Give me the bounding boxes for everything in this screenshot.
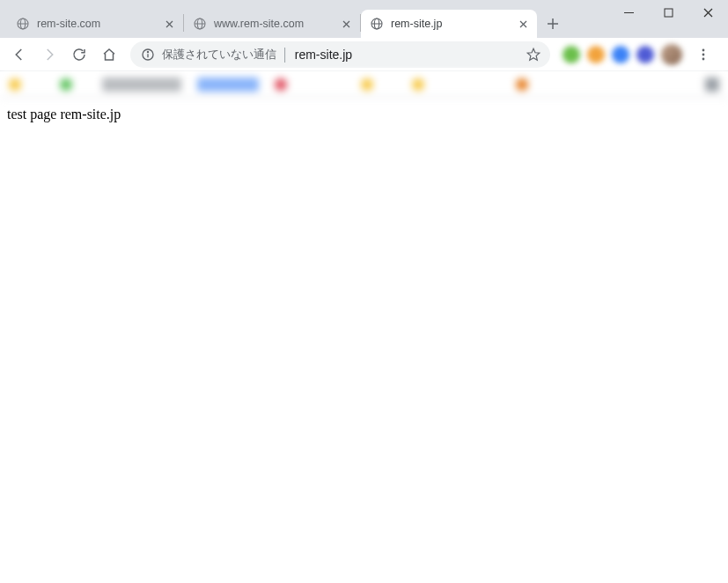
svg-rect-1 xyxy=(665,9,673,17)
bookmarks-bar[interactable] xyxy=(0,71,728,98)
globe-icon xyxy=(370,17,384,31)
tab-0[interactable]: rem-site.com xyxy=(7,10,183,38)
page-content: test page rem-site.jp xyxy=(0,98,728,131)
globe-icon xyxy=(193,17,207,31)
tab-title: rem-site.com xyxy=(37,18,162,30)
forward-button[interactable] xyxy=(35,41,63,69)
svg-marker-24 xyxy=(527,48,540,60)
window-close-button[interactable] xyxy=(688,0,728,25)
window-maximize-button[interactable] xyxy=(649,0,688,25)
toolbar: 保護されていない通信 │ rem-site.jp xyxy=(0,38,728,71)
chrome-menu-button[interactable] xyxy=(689,41,717,69)
address-bar[interactable]: 保護されていない通信 │ rem-site.jp xyxy=(130,41,550,68)
home-button[interactable] xyxy=(95,41,123,69)
new-tab-button[interactable] xyxy=(540,11,565,36)
tab-2[interactable]: rem-site.jp xyxy=(361,10,537,38)
tab-close-icon[interactable] xyxy=(339,17,353,31)
extension-icon[interactable] xyxy=(636,46,654,63)
tab-title: rem-site.jp xyxy=(391,18,516,30)
svg-point-23 xyxy=(147,51,148,52)
extension-icon[interactable] xyxy=(587,46,605,63)
window-controls xyxy=(609,0,728,25)
omnibox-divider: │ xyxy=(282,48,290,62)
globe-icon xyxy=(16,17,30,31)
tab-close-icon[interactable] xyxy=(516,17,530,31)
profile-avatar[interactable] xyxy=(661,44,682,65)
reload-button[interactable] xyxy=(65,41,93,69)
extensions-area xyxy=(557,41,723,69)
svg-point-27 xyxy=(702,57,705,60)
site-info-icon[interactable] xyxy=(141,48,155,62)
extension-icon[interactable] xyxy=(563,46,580,63)
page-body-text: test page rem-site.jp xyxy=(7,107,121,122)
svg-point-26 xyxy=(702,53,705,55)
svg-point-25 xyxy=(702,48,705,51)
tab-title: www.rem-site.com xyxy=(214,18,339,30)
back-button[interactable] xyxy=(5,41,33,69)
tab-1[interactable]: www.rem-site.com xyxy=(184,10,360,38)
tab-close-icon[interactable] xyxy=(162,17,176,31)
url-text: rem-site.jp xyxy=(295,48,526,62)
extension-icon[interactable] xyxy=(612,46,629,63)
window-minimize-button[interactable] xyxy=(609,0,649,25)
bookmark-star-icon[interactable] xyxy=(526,47,541,63)
security-status-label: 保護されていない通信 xyxy=(162,47,276,63)
